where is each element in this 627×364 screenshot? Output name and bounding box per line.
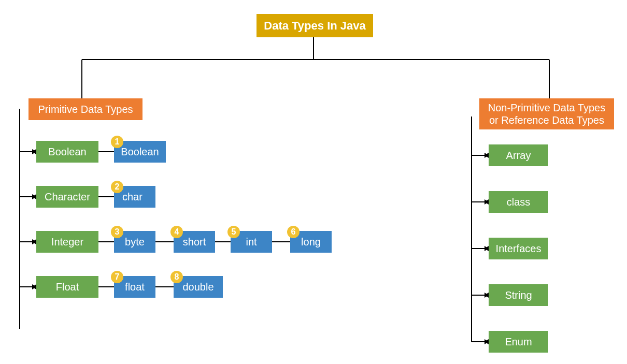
svg-marker-38 xyxy=(484,199,489,205)
svg-marker-31 xyxy=(484,339,489,344)
category-float: Float xyxy=(36,276,98,298)
svg-marker-28 xyxy=(484,199,489,205)
nonprim-array: Array xyxy=(489,144,548,166)
category-character: Character xyxy=(36,186,98,208)
svg-marker-27 xyxy=(484,153,489,158)
svg-marker-34 xyxy=(32,194,36,199)
svg-marker-37 xyxy=(484,153,489,158)
badge-2: 2 xyxy=(111,181,123,193)
svg-marker-35 xyxy=(32,239,36,244)
svg-marker-26 xyxy=(32,284,36,289)
category-boolean: Boolean xyxy=(36,141,98,163)
branch-nonprimitive: Non-Primitive Data Types or Reference Da… xyxy=(479,98,614,129)
nonprim-enum: Enum xyxy=(489,331,548,353)
connector-lines xyxy=(0,0,627,364)
svg-marker-23 xyxy=(32,149,36,154)
svg-marker-41 xyxy=(484,339,489,344)
svg-marker-39 xyxy=(484,246,489,251)
svg-marker-24 xyxy=(32,194,36,199)
badge-3: 3 xyxy=(111,226,123,238)
nonprim-string: String xyxy=(489,284,548,306)
branch-nonprimitive-label: Non-Primitive Data Types or Reference Da… xyxy=(488,101,605,126)
badge-5: 5 xyxy=(227,226,240,238)
badge-1: 1 xyxy=(111,136,123,148)
branch-primitive: Primitive Data Types xyxy=(28,98,142,120)
nonprim-interfaces: Interfaces xyxy=(489,238,548,259)
svg-marker-40 xyxy=(484,293,489,298)
badge-4: 4 xyxy=(170,226,183,238)
badge-7: 7 xyxy=(111,271,123,283)
svg-marker-33 xyxy=(32,149,36,154)
category-integer: Integer xyxy=(36,231,98,253)
svg-marker-29 xyxy=(484,246,489,251)
nonprim-class: class xyxy=(489,191,548,213)
svg-marker-25 xyxy=(32,239,36,244)
svg-marker-36 xyxy=(32,284,36,289)
badge-6: 6 xyxy=(287,226,300,238)
root-title: Data Types In Java xyxy=(256,14,373,37)
badge-8: 8 xyxy=(170,271,183,283)
svg-marker-32 xyxy=(32,149,36,154)
svg-marker-30 xyxy=(484,293,489,298)
